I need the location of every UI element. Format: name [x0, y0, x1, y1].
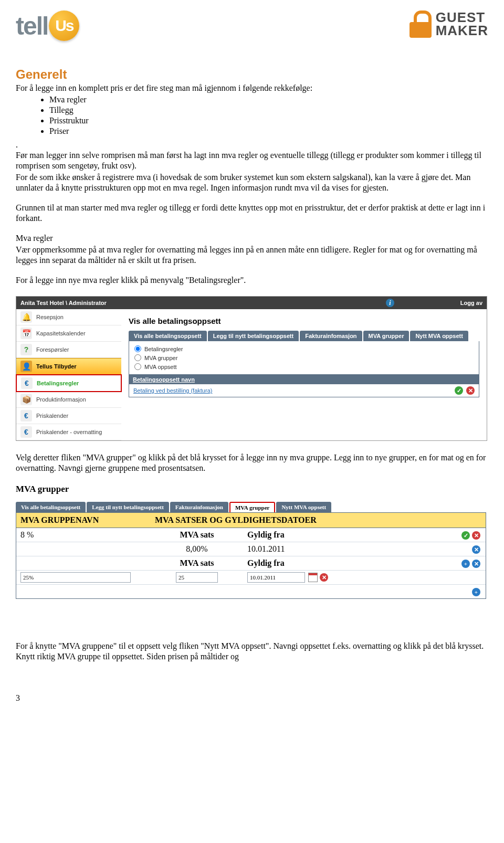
add-icon[interactable]: ✕ [472, 545, 480, 554]
step-item: Tillegg [49, 105, 488, 115]
step-item: Prisstruktur [49, 115, 488, 126]
provider-icon: 👤 [20, 361, 32, 372]
guestmaker-logo: GUEST MAKER [410, 10, 488, 38]
radio-group: Betalingsregler MVA grupper MVA oppsett [129, 341, 479, 375]
product-icon: 📦 [20, 394, 32, 405]
gyldig-input[interactable] [247, 572, 305, 583]
tab-nytt-mva[interactable]: Nytt MVA oppsett [410, 331, 468, 341]
dot-line: . [16, 140, 488, 150]
cell-gyldig: 10.01.2011 [243, 543, 335, 555]
breadcrumb: Anita Test Hotel \ Administrator [20, 300, 107, 306]
sidebar-item-tellus-tilbyder[interactable]: 👤 Tellus Tilbyder [16, 358, 121, 375]
list-item-betaling[interactable]: Betaling ved bestilling (faktura) ✓ ✕ [129, 384, 479, 397]
tab-mva-grupper-active[interactable]: MVA grupper [229, 502, 276, 512]
step-item: Priser [49, 126, 488, 136]
column-header: Betalingsoppsett navn [129, 375, 479, 384]
sidebar-item-kapasitet[interactable]: 📅 Kapasitetskalender [16, 325, 121, 342]
col-gyldig-label: Gyldig fra [243, 529, 335, 541]
tellus-us-circle: Us [49, 10, 79, 41]
col-sats-label: MVA sats [151, 557, 243, 569]
add-icon[interactable]: ✕ [472, 560, 480, 568]
add-icon[interactable]: + [461, 560, 470, 568]
tab-faktura[interactable]: Fakturainfomasjon [300, 331, 362, 341]
tab-vis-alle[interactable]: Vis alle betalingsoppsett [16, 502, 86, 512]
intro-text: For å legge inn en komplett pris er det … [16, 83, 488, 93]
delete-icon[interactable]: ✕ [472, 531, 480, 540]
tab-vis-alle[interactable]: Vis alle betalingsoppsett [129, 331, 207, 341]
sats-input[interactable] [176, 572, 218, 583]
radio-input[interactable] [134, 345, 141, 352]
mva-row-input: ✕ [16, 571, 486, 585]
mva-row-header: 8 % MVA sats Gyldig fra ✓ ✕ [16, 528, 486, 542]
tab-legg-til[interactable]: Legg til nytt betalingsoppsett [208, 331, 299, 341]
euro-icon: € [20, 426, 32, 438]
check-icon[interactable]: ✓ [461, 531, 470, 540]
mva-regler-label: Mva regler [16, 233, 488, 244]
radio-mva-grupper[interactable]: MVA grupper [134, 353, 474, 362]
col-satser: MVA SATSER OG GYLDIGHETSDATOER [151, 514, 321, 526]
col-sats-label: MVA sats [151, 529, 243, 541]
mva-row-data: 8,00% 10.01.2011 ✕ [16, 542, 486, 556]
steps-list: Mva regler Tillegg Prisstruktur Priser [16, 94, 488, 136]
step-item: Mva regler [49, 94, 488, 105]
paragraph: Vær oppmerksomme på at mva regler for ov… [16, 245, 488, 266]
delete-icon[interactable]: ✕ [466, 386, 475, 395]
delete-icon[interactable]: ✕ [320, 573, 328, 582]
screenshot-betalingsoppsett: Anita Test Hotel \ Administrator i Logg … [16, 296, 487, 441]
sidebar-item-produktinfo[interactable]: 📦 Produktinformasjon [16, 392, 121, 408]
paragraph: For å knytte "MVA gruppene" til et oppse… [16, 641, 488, 662]
gruppenavn-input[interactable] [20, 572, 131, 583]
cell-name: 8 % [16, 529, 151, 541]
mva-row-header-2: MVA sats Gyldig fra + ✕ [16, 556, 486, 571]
calendar-icon[interactable] [308, 573, 318, 582]
header-logos: tell Us GUEST MAKER [16, 10, 488, 41]
question-icon: ? [20, 344, 32, 355]
radio-betalingsregler[interactable]: Betalingsregler [134, 344, 474, 353]
tab-bar-2: Vis alle betalingsoppsett Legg til nytt … [16, 502, 486, 512]
paragraph: For å legge inn nye mva regler klikk på … [16, 275, 488, 286]
tab-faktura[interactable]: Fakturainfomasjon [170, 502, 228, 512]
radio-mva-oppsett[interactable]: MVA oppsett [134, 362, 474, 371]
grid-header: MVA GRUPPENAVN MVA SATSER OG GYLDIGHETSD… [16, 512, 486, 528]
tab-legg-til[interactable]: Legg til nytt betalingsoppsett [87, 502, 169, 512]
row-actions: ✓ ✕ [455, 386, 475, 395]
radio-input[interactable] [134, 363, 141, 370]
radio-input[interactable] [134, 354, 141, 361]
panel-title: Vis alle betalingsoppsett [129, 317, 479, 325]
sidebar-item-priskalender-overnatting[interactable]: € Priskalender - overnatting [16, 424, 121, 440]
tellus-logo: tell Us [16, 10, 79, 41]
sidebar-nav: 🔔 Resepsjon 📅 Kapasitetskalender ? Fores… [16, 309, 121, 440]
check-icon[interactable]: ✓ [455, 386, 463, 395]
tellus-text-part1: tell [16, 12, 48, 40]
sidebar-item-betalingsregler[interactable]: € Betalingsregler [16, 374, 122, 392]
add-icon[interactable]: + [472, 588, 480, 596]
calendar-icon: 📅 [20, 328, 32, 339]
tab-mva-grupper[interactable]: MVA grupper [363, 331, 410, 341]
mva-row-footer: + [16, 585, 486, 598]
guestmaker-text: GUEST MAKER [436, 11, 488, 37]
bell-icon: 🔔 [20, 311, 32, 323]
euro-icon: € [21, 377, 33, 389]
cell-sats: 8,00% [151, 543, 243, 555]
paragraph: Grunnen til at man starter med mva regle… [16, 203, 488, 224]
tab-bar: Vis alle betalingsoppsett Legg til nytt … [129, 331, 479, 341]
lock-icon [410, 10, 432, 38]
main-panel: Vis alle betalingsoppsett Vis alle betal… [121, 309, 487, 440]
info-icon[interactable]: i [386, 299, 394, 307]
sidebar-item-resepsjon[interactable]: 🔔 Resepsjon [16, 309, 121, 325]
col-gruppenavn: MVA GRUPPENAVN [16, 514, 151, 526]
sidebar-item-priskalender[interactable]: € Priskalender [16, 408, 121, 424]
col-gyldig-label: Gyldig fra [243, 557, 335, 569]
list-item-link[interactable]: Betaling ved bestilling (faktura) [133, 387, 212, 394]
logout-link[interactable]: Logg av [460, 300, 482, 306]
generelt-heading: Generelt [16, 67, 488, 82]
tab-nytt-mva[interactable]: Nytt MVA oppsett [276, 502, 331, 512]
paragraph: For de som ikke ønsker å registrere mva … [16, 172, 488, 193]
page-number: 3 [16, 693, 488, 703]
euro-icon: € [20, 410, 32, 422]
screenshot-mva-grupper: MVA grupper Vis alle betalingsoppsett Le… [16, 484, 486, 599]
admin-topbar: Anita Test Hotel \ Administrator i Logg … [16, 297, 487, 309]
paragraph: Velg deretter fliken "MVA grupper" og kl… [16, 452, 488, 473]
sidebar-item-foresporsler[interactable]: ? Forespørsler [16, 342, 121, 358]
paragraph: Før man legger inn selve romprisen må ma… [16, 150, 488, 171]
